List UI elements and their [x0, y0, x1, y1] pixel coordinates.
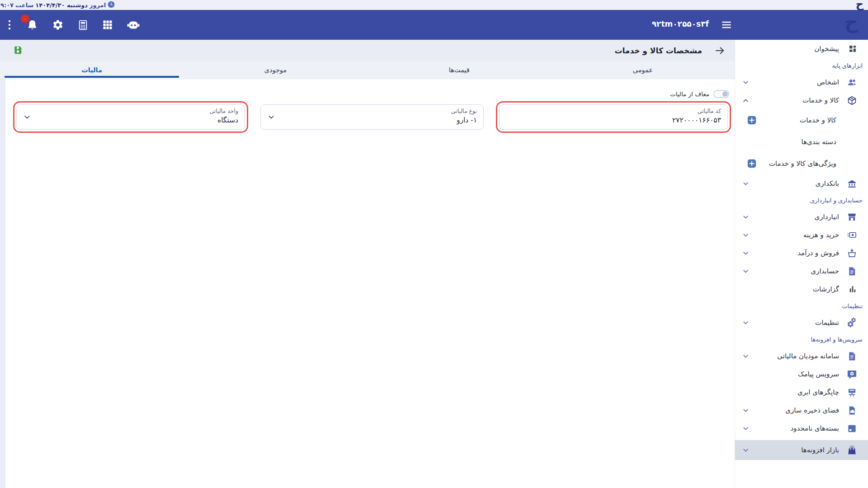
sidebar-section-ابزارهای پایه: ابزارهای پایه [735, 58, 868, 73]
sidebar-item-حسابداری[interactable]: حسابداری [735, 262, 868, 280]
chevron-down-icon [742, 319, 749, 326]
sidebar-item-label: سامانه مودیان مالیاتی [777, 352, 839, 360]
tax-code-field[interactable]: کد مالیاتی۲۷۲۰۰۰۰۱۶۶۰۵۳ [499, 104, 728, 130]
sidebar-item-بانکداری[interactable]: بانکداری [735, 174, 868, 192]
tab-عمومی[interactable]: عمومی [551, 61, 735, 79]
chevron-down-icon [742, 353, 749, 360]
chevron-down-icon [742, 232, 749, 239]
sidebar-menu: پیشخوانابزارهای پایهاشخاصکالا و خدماتکال… [735, 40, 868, 488]
sidebar-item-label: چاپگرهای ابری [797, 388, 839, 396]
sidebar-item-بازار افزونه‌ها[interactable]: بازار افزونه‌ها [735, 440, 868, 460]
tax-type-highlight-ring: نوع مالیاتی۱- دارو [257, 101, 487, 133]
tax-type-value: ۱- دارو [267, 116, 477, 124]
time-label: ساعت [15, 2, 33, 9]
file-cloud-icon [847, 405, 857, 416]
add-button[interactable] [747, 159, 757, 169]
sidebar-item-label: بانکداری [816, 179, 839, 188]
sidebar-item-اشخاص[interactable]: اشخاص [735, 73, 868, 91]
tax-type-field[interactable]: نوع مالیاتی۱- دارو [260, 104, 484, 130]
sidebar-item-پیشخوان[interactable]: پیشخوان [735, 40, 868, 58]
brand-logo-small: ح [856, 0, 863, 10]
gears-icon [847, 318, 857, 328]
sidebar-item-دسته بندی‌ها[interactable]: دسته بندی‌ها [735, 131, 868, 153]
sidebar-item-سرویس پیامک[interactable]: سرویس پیامک [735, 365, 868, 383]
basket-icon [847, 248, 857, 258]
bank-icon [847, 178, 857, 189]
sidebar-section-حسابداری و انبارداری: حسابداری و انبارداری [735, 192, 868, 208]
apps-grid-icon[interactable] [102, 19, 113, 30]
title-group: مشخصات کالا و خدمات [614, 40, 726, 61]
sidebar-item-خرید و هزینه[interactable]: خرید و هزینه [735, 226, 868, 244]
vertical-scrollbar-track[interactable] [0, 79, 5, 488]
sidebar-item-label: تنظیمات [815, 319, 839, 327]
sidebar-item-فضای ذخیره سازی[interactable]: فضای ذخیره سازی [735, 401, 868, 419]
sidebar-item-label: ویژگی‌های کالا و خدمات [769, 160, 836, 168]
page-title: مشخصات کالا و خدمات [614, 46, 702, 55]
tax-exempt-label: معاف از مالیات [670, 90, 709, 98]
kebab-menu-icon[interactable] [6, 19, 13, 31]
time-text: ۹:۰۷ [0, 2, 14, 9]
tab-موجودی[interactable]: موجودی [184, 61, 367, 79]
sidebar-item-label: خرید و هزینه [803, 231, 839, 239]
sidebar-item-کالا و خدمات[interactable]: کالا و خدمات [735, 109, 868, 131]
today-datetime: امروز دوشنبه ۱۴۰۴/۴/۳۰ ساعت ۹:۰۷ [0, 0, 115, 10]
hamburger-menu-icon[interactable] [721, 19, 732, 33]
sidebar-item-فروش و درآمد[interactable]: فروش و درآمد [735, 244, 868, 262]
sidebar-item-سامانه مودیان مالیاتی[interactable]: سامانه مودیان مالیاتی [735, 347, 868, 365]
tab-قیمت‌ها[interactable]: قیمت‌ها [368, 61, 551, 79]
chevron-down-icon [742, 425, 749, 432]
tax-code-label: کد مالیاتی [506, 108, 721, 114]
cash-icon [847, 230, 857, 240]
document-icon [847, 266, 857, 277]
chevron-down-icon [742, 268, 749, 275]
sidebar-item-بسته‌های نامحدود[interactable]: بسته‌های نامحدود [735, 419, 868, 437]
tax-fields-row: کد مالیاتی۲۷۲۰۰۰۰۱۶۶۰۵۳نوع مالیاتی۱- دار… [13, 101, 731, 133]
add-button[interactable] [747, 115, 757, 125]
notifications-bell-icon[interactable]: ۰ [26, 19, 38, 31]
sidebar-item-label: بازار افزونه‌ها [801, 446, 839, 454]
tax-document-icon [847, 351, 857, 361]
sidebar-item-کالا و خدمات[interactable]: کالا و خدمات [735, 91, 868, 109]
sidebar-item-انبارداری[interactable]: انبارداری [735, 208, 868, 226]
assistant-robot-icon[interactable] [127, 19, 140, 31]
sidebar-item-label: گزارشات [813, 285, 839, 293]
box-icon [847, 95, 857, 106]
sidebar-item-label: سرویس پیامک [798, 370, 839, 378]
chart-bars-icon [848, 285, 857, 294]
chevron-down-icon [742, 250, 749, 257]
chevron-down-icon [267, 113, 275, 121]
package-icon [847, 423, 857, 434]
sidebar-item-تنظیمات[interactable]: تنظیمات [735, 314, 868, 332]
save-button[interactable] [13, 45, 23, 57]
sidebar-item-label: کالا و خدمات [800, 116, 836, 124]
sidebar-section-تنظیمات: تنظیمات [735, 298, 868, 314]
date-text: دوشنبه ۱۴۰۴/۴/۳۰ [35, 2, 88, 9]
sidebar-item-label: کالا و خدمات [802, 96, 839, 104]
people-icon [847, 77, 857, 88]
back-arrow-icon[interactable] [714, 45, 726, 56]
tab-مالیات[interactable]: مالیات [0, 61, 184, 79]
sidebar-item-گزارشات[interactable]: گزارشات [735, 280, 868, 298]
dashboard-icon [848, 44, 857, 53]
sidebar-item-label: بسته‌های نامحدود [791, 424, 839, 432]
chevron-down-icon [742, 447, 749, 454]
settings-gear-icon[interactable] [52, 19, 64, 31]
app-window: { "statusbar": { "today_label": "امروز",… [0, 0, 868, 488]
tax-exempt-switch[interactable] [713, 90, 729, 98]
tax-unit-value: دستگاه [23, 116, 238, 124]
clock-icon [108, 1, 115, 9]
sidebar-item-ویژگی‌های کالا و خدمات[interactable]: ویژگی‌های کالا و خدمات [735, 153, 868, 174]
chevron-down-icon [23, 113, 31, 121]
workspace-id[interactable]: ۹۲tm۰۲۵۵۰s۳f [652, 19, 709, 28]
top-navbar: ۰ ۹۲tm۰۲۵۵۰s۳f ح [0, 10, 868, 40]
sidebar-item-label: پیشخوان [814, 45, 839, 53]
sidebar-item-چاپگرهای ابری[interactable]: چاپگرهای ابری [735, 383, 868, 401]
chevron-up-icon [742, 97, 749, 104]
tax-unit-field[interactable]: واحد مالیاتیدستگاه [16, 104, 245, 130]
calculator-icon[interactable] [77, 19, 89, 31]
sidebar-item-label: فروش و درآمد [797, 249, 839, 257]
tax-unit-label: واحد مالیاتی [23, 108, 238, 114]
notification-badge: ۰ [21, 14, 29, 23]
chevron-down-icon [742, 214, 749, 221]
chevron-down-icon [742, 79, 749, 86]
